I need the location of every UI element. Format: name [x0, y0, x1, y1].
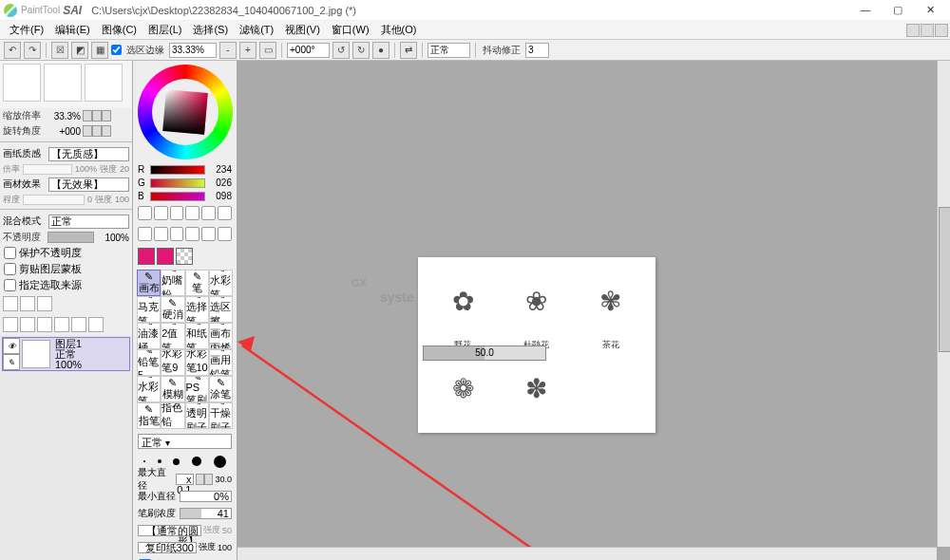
degree-slider[interactable] — [23, 195, 85, 205]
paper-texture-select[interactable]: 【无质感】 — [48, 147, 129, 161]
opacity-slider[interactable] — [48, 232, 94, 243]
sel-edge-check[interactable] — [111, 45, 122, 55]
menu-edit[interactable]: 编辑(E) — [49, 23, 96, 37]
brush-shape-select[interactable]: 【通常的圆形】 — [138, 525, 201, 536]
delete-layer-icon[interactable] — [88, 317, 104, 332]
angle-input[interactable] — [287, 43, 330, 58]
brush-preset[interactable]: ✎画用铅笔 — [209, 349, 233, 376]
max-size-slider[interactable]: x 0.1 — [176, 474, 194, 485]
aux-icon[interactable] — [935, 24, 948, 37]
brush-preset[interactable]: ✎马克笔 — [137, 296, 161, 323]
eraser-icon[interactable] — [218, 227, 232, 241]
menu-select[interactable]: 选择(S) — [187, 23, 234, 37]
maximize-button[interactable]: ▢ — [882, 2, 914, 19]
menu-file[interactable]: 文件(F) — [4, 23, 49, 37]
min-size-slider[interactable]: 0% — [180, 491, 232, 502]
paper-effect-select[interactable]: 【无效果】 — [48, 177, 129, 192]
zoom-inc-icon[interactable] — [92, 110, 102, 121]
rotate-icon[interactable] — [218, 206, 232, 220]
canvas-area[interactable]: GXsyste ✿ ❀ ✾ 野花 杜鹃花 茶花 ❁ ✽ 50.0 — [238, 61, 950, 560]
zoom-out-button[interactable]: - — [219, 42, 237, 59]
flip-h-button[interactable]: ⇄ — [400, 42, 417, 59]
brush-preset[interactable]: ✎水彩笔 — [137, 376, 161, 402]
brush-preset[interactable]: ✎奶嘴粉 — [161, 270, 184, 296]
menu-view[interactable]: 视图(V) — [279, 23, 326, 37]
zoom-input[interactable] — [169, 43, 217, 58]
marquee-icon[interactable] — [138, 206, 152, 220]
minimize-button[interactable]: — — [849, 2, 882, 19]
brush-preset[interactable]: ✎PS笔刷 — [185, 376, 209, 402]
g-slider[interactable] — [150, 178, 205, 188]
invert-sel-button[interactable]: ◩ — [71, 42, 88, 59]
show-sel-button[interactable]: ▦ — [91, 42, 108, 59]
brush-preset[interactable]: ✎水彩笔10断 — [185, 349, 209, 376]
fg-color-swatch[interactable] — [138, 248, 155, 265]
brush-preset[interactable]: ✎画布丙烯 — [209, 323, 233, 349]
r-slider[interactable] — [150, 165, 205, 175]
b-slider[interactable] — [150, 192, 205, 201]
brush-preset[interactable]: ✎2值笔 — [161, 323, 184, 349]
rot-cw-button[interactable]: ↻ — [352, 42, 370, 59]
zoom-dec-icon[interactable] — [83, 110, 92, 121]
blend-mode-select[interactable]: 正常 — [48, 215, 129, 229]
sel-source-check[interactable] — [4, 279, 16, 291]
brush-preset[interactable]: ✎选择笔 — [185, 296, 209, 323]
merge-down-icon[interactable] — [37, 317, 52, 332]
new-folder-icon[interactable] — [37, 296, 52, 311]
mask-icon[interactable] — [3, 317, 18, 332]
deselect-button[interactable]: ☒ — [51, 42, 68, 59]
eyedrop-icon[interactable] — [154, 227, 168, 241]
move-icon[interactable] — [185, 206, 200, 220]
flatten-icon[interactable] — [54, 317, 69, 332]
h-scrollbar[interactable] — [238, 547, 937, 560]
ang-dec-icon[interactable] — [83, 125, 92, 137]
layer-visible-icon[interactable]: 👁 — [3, 338, 20, 354]
blend-display[interactable] — [428, 43, 470, 58]
transparent-swatch[interactable] — [176, 248, 193, 265]
color-wheel[interactable] — [138, 65, 233, 159]
brush-preset[interactable]: ✎水彩笔9断 — [161, 349, 184, 376]
aux-icon[interactable] — [921, 24, 934, 37]
line-icon[interactable] — [170, 227, 184, 241]
stabilizer-input[interactable] — [525, 43, 549, 58]
v-scrollbar[interactable] — [937, 61, 950, 547]
protect-alpha-check[interactable] — [4, 247, 16, 259]
menu-window[interactable]: 窗口(W) — [326, 23, 375, 37]
menu-filter[interactable]: 滤镜(T) — [234, 23, 279, 37]
bucket-icon[interactable] — [201, 227, 216, 241]
wand-icon[interactable] — [170, 206, 184, 220]
bg-color-swatch[interactable] — [157, 248, 174, 265]
brush-preset[interactable]: ✎水彩笔 — [209, 270, 233, 296]
brush-preset[interactable]: ✎指色铅PLC — [161, 402, 184, 429]
curve-icon[interactable] — [185, 227, 200, 241]
brush-preset[interactable]: ✎笔 — [185, 270, 209, 296]
rot-reset-button[interactable]: ● — [372, 42, 390, 59]
menu-other[interactable]: 其他(O) — [375, 23, 423, 37]
zoom-reset-icon[interactable] — [102, 110, 111, 121]
clear-icon[interactable] — [71, 317, 86, 332]
ang-reset-icon[interactable] — [102, 125, 111, 137]
brush-preset[interactable]: ✎铅笔5 — [137, 349, 161, 376]
brush-preset[interactable]: ✎指笔 — [137, 402, 161, 429]
density-slider[interactable]: 41 — [180, 508, 232, 519]
brush-preset[interactable]: ✎和纸笔 — [185, 323, 209, 349]
aux-icon[interactable] — [906, 24, 920, 37]
close-button[interactable]: ✕ — [914, 2, 946, 19]
menu-layer[interactable]: 图层(L) — [142, 23, 187, 37]
redo-button[interactable]: ↷ — [24, 42, 41, 59]
brush-texture-select[interactable]: 复印纸300 — [138, 542, 197, 553]
brush-preset[interactable]: ✎油漆桶 — [137, 323, 161, 349]
scale-slider[interactable] — [23, 164, 72, 175]
apply-mask-icon[interactable] — [20, 317, 35, 332]
brush-preset[interactable]: ✎涂笔 — [209, 376, 233, 402]
brush-preset[interactable]: ✎画布 — [137, 270, 161, 296]
new-layer-icon[interactable] — [3, 296, 18, 311]
hand-icon[interactable] — [138, 227, 152, 241]
navigator[interactable] — [0, 61, 132, 108]
zoom-fit-button[interactable]: ▭ — [259, 42, 276, 59]
clipping-mask-check[interactable] — [4, 263, 16, 275]
brush-preset[interactable]: ✎硬消 — [161, 296, 184, 323]
ang-inc-icon[interactable] — [92, 125, 102, 137]
undo-button[interactable]: ↶ — [4, 42, 21, 59]
layer-edit-icon[interactable]: ✎ — [3, 354, 20, 370]
